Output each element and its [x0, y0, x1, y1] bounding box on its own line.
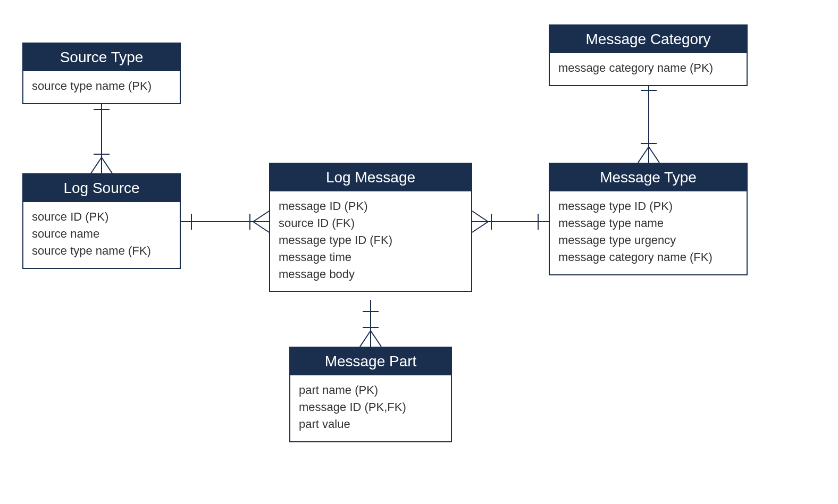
entity-attrs: source type name (PK) [23, 71, 180, 103]
attribute: source ID (PK) [32, 208, 171, 225]
entity-log-message: Log Message message ID (PK) source ID (F… [269, 163, 472, 292]
attribute: source ID (FK) [279, 215, 463, 232]
entity-title: Message Type [550, 164, 747, 191]
attribute: source type name (FK) [32, 242, 171, 259]
entity-title: Log Source [23, 174, 180, 202]
entity-title: Log Message [270, 164, 471, 191]
attribute: message type ID (PK) [558, 198, 738, 215]
attribute: message category name (PK) [558, 60, 738, 77]
entity-attrs: message ID (PK) source ID (FK) message t… [270, 191, 471, 291]
attribute: message category name (FK) [558, 249, 738, 266]
entity-attrs: source ID (PK) source name source type n… [23, 202, 180, 268]
entity-title: Source Type [23, 44, 180, 71]
entity-attrs: message type ID (PK) message type name m… [550, 191, 747, 274]
attribute: message type urgency [558, 232, 738, 249]
attribute: part value [299, 416, 442, 433]
attribute: message time [279, 249, 463, 266]
entity-attrs: message category name (PK) [550, 53, 747, 85]
entity-message-type: Message Type message type ID (PK) messag… [549, 163, 748, 275]
attribute: source type name (PK) [32, 78, 171, 95]
entity-log-source: Log Source source ID (PK) source name so… [22, 173, 181, 269]
attribute: part name (PK) [299, 382, 442, 399]
entity-title: Message Part [290, 348, 451, 375]
attribute: message type ID (FK) [279, 232, 463, 249]
entity-attrs: part name (PK) message ID (PK,FK) part v… [290, 375, 451, 441]
attribute: message ID (PK,FK) [299, 399, 442, 416]
entity-title: Message Category [550, 26, 747, 53]
entity-message-part: Message Part part name (PK) message ID (… [289, 347, 452, 442]
entity-message-category: Message Category message category name (… [549, 24, 748, 86]
attribute: message ID (PK) [279, 198, 463, 215]
attribute: source name [32, 225, 171, 242]
entity-source-type: Source Type source type name (PK) [22, 43, 181, 104]
attribute: message body [279, 266, 463, 283]
attribute: message type name [558, 215, 738, 232]
